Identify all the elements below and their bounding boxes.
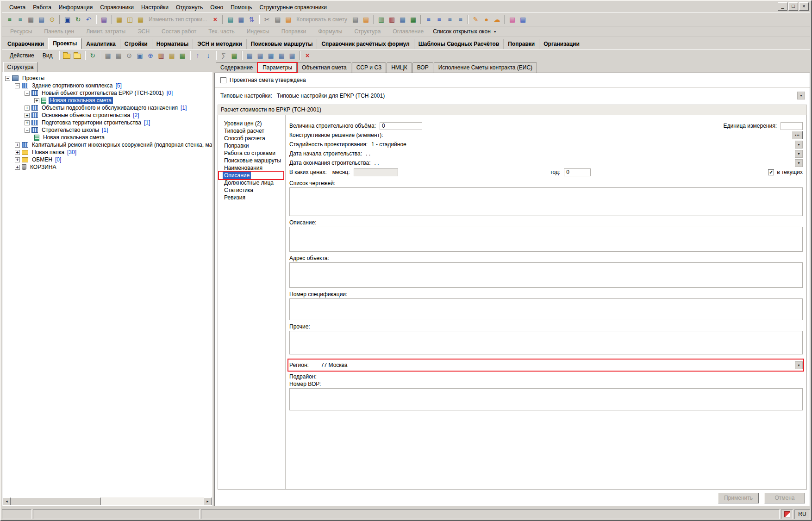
book-red-icon[interactable]: ▥ (156, 50, 167, 61)
category-urovni-cen[interactable]: Уровни цен (2) (218, 120, 285, 127)
vor-number-textarea[interactable] (289, 388, 803, 410)
menu-okno[interactable]: Окно (206, 3, 227, 12)
menu-strukturnye-spravochniki[interactable]: Структурные справочники (256, 3, 331, 12)
minimize-icon[interactable]: _ (778, 2, 787, 11)
maximize-icon[interactable]: □ (788, 2, 798, 11)
document-view-icon[interactable]: ▤ (36, 14, 47, 25)
scrollbar-thumb[interactable] (11, 497, 101, 505)
layers-blue-icon[interactable]: ▤ (518, 14, 528, 25)
grid-edit-icon[interactable]: ▦ (103, 50, 113, 61)
grid-link-icon[interactable]: ▦ (276, 50, 287, 61)
outline-level-4-icon[interactable]: ≡ (455, 14, 466, 25)
grid-prev-icon[interactable]: ▦ (244, 50, 255, 61)
description-textarea[interactable] (289, 227, 803, 252)
tab-parametry[interactable]: Параметры (258, 62, 297, 73)
tab-spravochnik-formul[interactable]: Справочник расчётных формул (317, 39, 413, 49)
tab-organizacii[interactable]: Организации (539, 39, 584, 49)
unit-input[interactable] (781, 122, 803, 130)
panel-formuly[interactable]: Формулы (315, 28, 345, 35)
tab-vor[interactable]: ВОР (412, 62, 433, 73)
grid-green-icon[interactable]: ▦ (229, 50, 240, 61)
tree-node-main-objects[interactable]: + Основные объекты строительства [2] (2, 112, 212, 119)
panel-panel-cen[interactable]: Панель цен (41, 28, 77, 35)
month-input[interactable] (354, 168, 398, 176)
category-tipovoy-raschet[interactable]: Типовой расчет (218, 127, 285, 135)
outline-level-3-icon[interactable]: ≡ (444, 14, 455, 25)
category-statistika[interactable]: Статистика (218, 186, 285, 194)
copy-special-icon[interactable]: ▤ (361, 14, 371, 25)
tab-esn-i-metodiki[interactable]: ЭСН и методики (193, 39, 246, 49)
sort-rows-icon[interactable]: ⇅ (246, 14, 257, 25)
horizontal-scrollbar[interactable]: ◄ ► (3, 497, 212, 505)
tree-node-site-preparation[interactable]: + Подготовка территории строительства [1… (2, 119, 212, 126)
expander-icon[interactable]: + (25, 105, 30, 111)
category-dolzhnostnye-lica[interactable]: Должностные лица (218, 179, 285, 186)
category-reviziya[interactable]: Ревизия (218, 194, 285, 201)
resources-tree-icon[interactable]: ≡ (4, 14, 15, 25)
action-menu-button[interactable]: Действие (6, 51, 38, 60)
folder-open-icon[interactable] (72, 50, 83, 61)
change-row-type-icon[interactable]: ▦ (135, 14, 146, 25)
scroll-left-icon[interactable]: ◄ (3, 497, 11, 505)
menu-smeta[interactable]: Смета (6, 3, 29, 12)
copy-to-estimate-label[interactable]: Копировать в смету (294, 16, 350, 23)
expander-icon[interactable]: + (15, 157, 20, 162)
scroll-right-icon[interactable]: ► (204, 497, 212, 505)
cloud-icon[interactable]: ☁ (492, 14, 502, 25)
drawings-textarea[interactable] (289, 187, 803, 216)
ellipsis-button[interactable]: ... (792, 131, 803, 139)
expander-icon[interactable]: − (25, 128, 30, 133)
refresh-icon[interactable]: ↻ (87, 50, 98, 61)
price-panel-icon[interactable]: ▤ (225, 14, 236, 25)
panel-popravki[interactable]: Поправки (279, 28, 309, 35)
move-up-icon[interactable]: ↑ (193, 50, 203, 61)
globe-icon[interactable]: ⊕ (145, 50, 156, 61)
menu-informacia[interactable]: Информация (55, 3, 96, 12)
grid-out-icon[interactable]: ▦ (287, 50, 298, 61)
refresh-icon[interactable]: ↻ (73, 14, 83, 25)
category-popravki[interactable]: Поправки (218, 142, 285, 149)
pin-icon[interactable]: ⊙ (124, 50, 135, 61)
tab-shablony-svodnyh[interactable]: Шаблоны Сводных Расчётов (414, 39, 504, 49)
expander-icon[interactable]: + (25, 113, 30, 118)
tab-spravochniki[interactable]: Справочники (3, 39, 48, 49)
chevron-down-icon[interactable]: ▼ (795, 141, 803, 149)
move-down-icon[interactable]: ↓ (203, 50, 214, 61)
menu-pomosch[interactable]: Помощь (227, 3, 256, 12)
tree-node-projects[interactable]: − Проекты (2, 74, 212, 82)
chevron-down-icon[interactable]: ▼ (795, 150, 803, 158)
tree-node-local-estimate-selected[interactable]: + Новая локальная смета (2, 97, 212, 104)
copy-icon[interactable]: ▤ (272, 14, 283, 25)
year-input[interactable]: 0 (564, 168, 591, 176)
grid-copy-icon[interactable]: ▦ (266, 50, 276, 61)
keyboard-layout-indicator[interactable]: RU (794, 509, 810, 519)
approved-checkbox[interactable] (220, 77, 226, 83)
grid-close-icon[interactable]: ▦ (25, 14, 36, 25)
view-menu-button[interactable]: Вид (38, 51, 57, 60)
typical-settings-combobox[interactable]: Типовые настройки для ЕРКР (ТСН-2001) (277, 93, 797, 99)
insert-section-icon[interactable]: ◫ (125, 14, 135, 25)
export-document-icon[interactable]: ▤ (99, 14, 109, 25)
grid-export-icon[interactable]: ▦ (408, 14, 418, 25)
chevron-down-icon[interactable]: ▼ (795, 361, 803, 369)
outline-level-1-icon[interactable]: ≡ (423, 14, 434, 25)
grid-view-icon[interactable]: ▦ (397, 14, 408, 25)
menu-nastroyki[interactable]: Настройки (137, 3, 172, 12)
grid-save-icon[interactable]: ▣ (135, 50, 145, 61)
insert-row-icon[interactable]: ▦ (114, 14, 125, 25)
tree-node-capital-repair[interactable]: + Капитальный ремонт инженерных сооружен… (2, 141, 212, 149)
tab-structure[interactable]: Структура (3, 62, 37, 72)
expander-icon[interactable]: − (25, 91, 30, 96)
grid-next-icon[interactable]: ▦ (255, 50, 266, 61)
sum-icon[interactable]: ∑ (219, 50, 229, 61)
volume-input[interactable]: 0 (380, 122, 422, 130)
tree-node-new-folder[interactable]: + Новая папка [30] (2, 149, 212, 156)
panel-indeksy[interactable]: Индексы (244, 28, 272, 35)
key-search-icon[interactable]: ⊙ (47, 14, 57, 25)
panel-esn[interactable]: ЭСН (135, 28, 152, 35)
grid-doc-icon[interactable]: ▦ (113, 50, 124, 61)
change-row-type-label[interactable]: Изменить тип строки... (146, 16, 210, 23)
expander-icon[interactable]: + (34, 98, 39, 103)
tab-soderzhanie[interactable]: Содержание (216, 62, 257, 73)
tab-popravki[interactable]: Поправки (503, 39, 539, 49)
